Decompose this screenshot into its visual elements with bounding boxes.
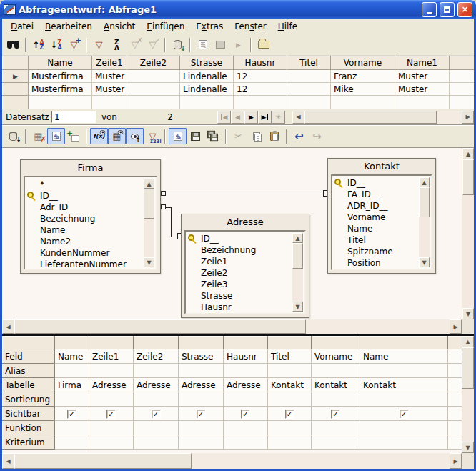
close-button[interactable]: ×	[457, 2, 472, 17]
column-selector[interactable]	[89, 337, 134, 349]
cell[interactable]	[287, 70, 331, 83]
menu-ansicht[interactable]: Ansicht	[98, 20, 141, 33]
field-item[interactable]: Hausnr	[186, 302, 304, 313]
cell[interactable]	[92, 96, 127, 109]
table-title[interactable]: Firma	[21, 160, 160, 176]
visible-checkbox[interactable]: ✓	[152, 410, 161, 419]
cell[interactable]	[89, 392, 134, 407]
cell[interactable]: Kontakt	[360, 378, 448, 392]
cell[interactable]	[55, 435, 89, 450]
cell[interactable]	[179, 421, 224, 435]
cell[interactable]: Mike	[331, 83, 395, 96]
cell[interactable]	[55, 421, 89, 435]
cell[interactable]: Vorname	[312, 349, 360, 364]
cell[interactable]: Kontakt	[312, 378, 360, 392]
field-item[interactable]: Bezeichnung	[25, 213, 156, 224]
cut-button[interactable]: ✂	[229, 128, 247, 144]
field-item[interactable]: ID__	[332, 177, 431, 189]
field-item[interactable]: Spitzname	[332, 246, 431, 257]
cell[interactable]	[268, 392, 312, 407]
cell[interactable]: Titel	[268, 349, 312, 364]
scroll-down-icon[interactable]: ▼	[419, 257, 430, 267]
record-number-input[interactable]: 1	[51, 111, 96, 123]
scrollbar-thumb[interactable]	[144, 189, 154, 219]
column-selector[interactable]	[268, 337, 312, 349]
scrollbar-track[interactable]	[462, 389, 474, 442]
briefcase-button[interactable]	[254, 36, 272, 53]
titlebar[interactable]: Abfrageentwurf: Abfrage1 ×	[0, 0, 476, 19]
cell[interactable]: Adresse	[224, 378, 268, 392]
table-box-adresse[interactable]: Adresse ID__ Bezeichnung Zeile1 Zeile2 Z…	[181, 214, 309, 318]
cell[interactable]	[180, 96, 234, 109]
menu-einfuegen[interactable]: Einfügen	[141, 20, 190, 33]
menu-datei[interactable]: Datei	[5, 20, 39, 33]
cell[interactable]: Franz	[331, 70, 395, 83]
cell[interactable]: Hausnr	[224, 349, 268, 364]
field-item[interactable]: Position	[332, 257, 431, 269]
cell[interactable]	[360, 364, 448, 378]
design-view-button[interactable]: ✎	[47, 128, 65, 144]
edit-mode-button[interactable]: ✎	[169, 128, 187, 144]
cell[interactable]	[395, 96, 450, 109]
scroll-up-icon[interactable]: ▲	[462, 148, 474, 159]
cell[interactable]	[134, 364, 179, 378]
cell[interactable]	[331, 96, 395, 109]
design-hscrollbar[interactable]: ◀ ▶	[2, 319, 474, 334]
sort-za-button[interactable]: Z A	[108, 36, 126, 53]
column-header[interactable]: Hausnr	[234, 56, 287, 70]
cell[interactable]: Lindenalle	[180, 83, 234, 96]
field-item[interactable]: Zeile1	[186, 256, 304, 267]
column-header[interactable]: Strasse	[180, 56, 234, 70]
visible-checkbox[interactable]: ✓	[67, 410, 76, 419]
cell[interactable]	[312, 435, 360, 450]
cell[interactable]	[127, 70, 180, 83]
image-button[interactable]	[212, 36, 229, 53]
field-item[interactable]: Postfach	[186, 313, 304, 314]
table-box-kontakt[interactable]: Kontakt ID__ FA_ID__ ADR_ID__ Vorname Na…	[327, 158, 436, 274]
column-selector[interactable]	[312, 337, 360, 349]
cell[interactable]: Muster	[92, 83, 127, 96]
scrollbar-track[interactable]	[292, 269, 303, 302]
refresh-data-button[interactable]: ↓	[169, 36, 187, 53]
field-list-scrollbar[interactable]: ▲ ▼	[144, 179, 154, 267]
corner-cell[interactable]	[3, 337, 55, 349]
cell[interactable]	[268, 435, 312, 450]
cell[interactable]	[179, 364, 224, 378]
cell[interactable]: Muster	[395, 70, 450, 83]
copy-button[interactable]	[247, 128, 265, 144]
filter-apply-button[interactable]: ▽✓	[144, 36, 162, 53]
cell[interactable]	[268, 421, 312, 435]
cell[interactable]: Lindenalle	[180, 70, 234, 83]
relation-line[interactable]	[166, 194, 323, 194]
cell[interactable]: Adresse	[179, 378, 224, 392]
scrollbar-thumb[interactable]	[419, 187, 430, 217]
filter-button[interactable]: ▽	[90, 36, 108, 53]
edit-form-button[interactable]: ✎	[194, 36, 212, 53]
cell[interactable]	[89, 435, 134, 450]
scrollbar-track[interactable]	[192, 453, 450, 469]
scrollbar-track[interactable]	[144, 219, 154, 257]
last-record-button[interactable]: ▶	[258, 111, 272, 124]
scrollbar-thumb[interactable]	[292, 243, 303, 269]
first-record-button[interactable]: ◀	[217, 111, 231, 124]
cell[interactable]	[134, 435, 179, 450]
column-header[interactable]: Zeile2	[127, 56, 180, 70]
scroll-right-icon[interactable]: ▶	[450, 453, 462, 469]
menu-fenster[interactable]: Fenster	[229, 20, 272, 33]
undo-button[interactable]: ↩	[290, 128, 308, 144]
visible-checkbox[interactable]: ✓	[241, 410, 250, 419]
cell[interactable]	[89, 364, 134, 378]
scroll-right-icon[interactable]: ▶	[462, 111, 474, 124]
save-all-button[interactable]	[204, 128, 222, 144]
column-selector[interactable]	[360, 337, 448, 349]
maximize-button[interactable]	[440, 2, 455, 17]
cell[interactable]	[234, 96, 287, 109]
cell[interactable]	[89, 421, 134, 435]
save-button[interactable]	[187, 128, 204, 144]
field-item[interactable]: Zeile2	[186, 267, 304, 279]
find-button[interactable]	[4, 36, 22, 53]
cell[interactable]: Zeile2	[134, 349, 179, 364]
column-header[interactable]: Vorname	[331, 56, 395, 70]
scroll-right-icon[interactable]: ▶	[450, 319, 462, 334]
scrollbar-thumb[interactable]	[14, 453, 192, 469]
